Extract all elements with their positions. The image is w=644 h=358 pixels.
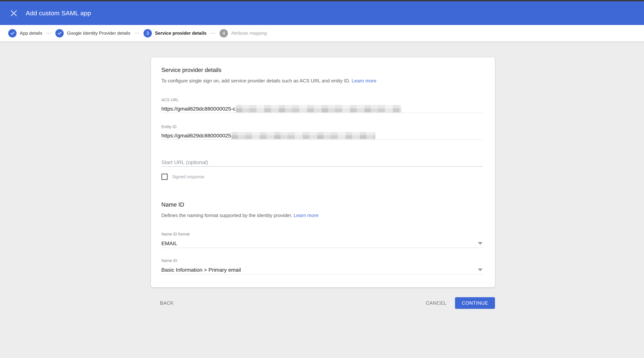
caret-down-icon bbox=[478, 242, 483, 245]
step-label: Google Identity Provider details bbox=[67, 31, 130, 36]
step-complete-icon bbox=[55, 29, 64, 38]
wizard-stepper: App details Google Identity Provider det… bbox=[0, 25, 644, 42]
caret-down-icon bbox=[478, 268, 483, 271]
description-text: Defines the naming format supported by t… bbox=[161, 213, 292, 218]
browser-chrome-strip bbox=[0, 0, 644, 1]
signed-response-row: Signed response bbox=[161, 173, 483, 180]
dialog-title: Add custom SAML app bbox=[26, 10, 91, 17]
entity-id-label: Entity ID bbox=[161, 125, 483, 129]
dialog-header: Add custom SAML app bbox=[0, 1, 644, 25]
name-id-format-value: EMAIL bbox=[161, 240, 178, 246]
wizard-footer: BACK CANCEL CONTINUE bbox=[151, 296, 495, 309]
step-connector bbox=[210, 33, 216, 34]
learn-more-link[interactable]: Learn more bbox=[294, 213, 318, 218]
redacted-value-blur bbox=[236, 105, 402, 112]
acs-url-label: ACS URL bbox=[161, 98, 483, 102]
checkmark-icon bbox=[57, 31, 62, 36]
step-connector bbox=[134, 33, 140, 34]
card-description: To configure single sign on, add service… bbox=[161, 78, 483, 84]
step-complete-icon bbox=[8, 29, 16, 38]
name-id-format-label: Name ID format bbox=[161, 232, 483, 236]
step-attribute-mapping: 4 Attribute mapping bbox=[220, 29, 267, 38]
close-icon bbox=[10, 10, 17, 17]
step-number-badge: 3 bbox=[144, 29, 152, 38]
name-id-format-select[interactable]: EMAIL bbox=[161, 239, 483, 248]
checkmark-icon bbox=[10, 31, 15, 36]
step-google-idp-details[interactable]: Google Identity Provider details bbox=[55, 29, 130, 38]
step-connector bbox=[46, 33, 52, 34]
name-id-heading: Name ID bbox=[161, 201, 483, 208]
description-text: To configure single sign on, add service… bbox=[161, 78, 350, 84]
cancel-button[interactable]: CANCEL bbox=[424, 298, 448, 308]
step-number-badge: 4 bbox=[220, 29, 228, 38]
entity-id-field[interactable]: https://gmail629dc880000025 bbox=[161, 132, 483, 140]
step-label: Attribute mapping bbox=[231, 31, 267, 36]
step-label: App details bbox=[20, 31, 42, 36]
name-id-value: Basic Information > Primary email bbox=[161, 267, 241, 273]
start-url-field[interactable]: Start URL (optional) bbox=[161, 158, 483, 167]
redacted-value-blur bbox=[232, 132, 375, 139]
close-button[interactable] bbox=[8, 8, 19, 19]
service-provider-details-card: Service provider details To configure si… bbox=[151, 58, 495, 287]
name-id-label: Name ID bbox=[161, 258, 483, 263]
start-url-placeholder: Start URL (optional) bbox=[161, 159, 208, 165]
entity-id-value: https://gmail629dc880000025 bbox=[161, 133, 231, 139]
step-label: Service provider details bbox=[155, 31, 206, 36]
step-service-provider-details[interactable]: 3 Service provider details bbox=[144, 29, 206, 38]
card-heading: Service provider details bbox=[161, 67, 483, 74]
signed-response-label: Signed response bbox=[172, 174, 204, 179]
step-app-details[interactable]: App details bbox=[8, 29, 42, 38]
signed-response-checkbox[interactable] bbox=[161, 174, 168, 180]
continue-button[interactable]: CONTINUE bbox=[455, 297, 495, 309]
back-button[interactable]: BACK bbox=[158, 298, 176, 308]
acs-url-value: https://gmail629dc880000025-c bbox=[161, 106, 236, 112]
learn-more-link[interactable]: Learn more bbox=[352, 78, 376, 84]
name-id-description: Defines the naming format supported by t… bbox=[161, 213, 483, 218]
acs-url-field[interactable]: https://gmail629dc880000025-c bbox=[161, 105, 483, 113]
name-id-select[interactable]: Basic Information > Primary email bbox=[161, 265, 483, 274]
